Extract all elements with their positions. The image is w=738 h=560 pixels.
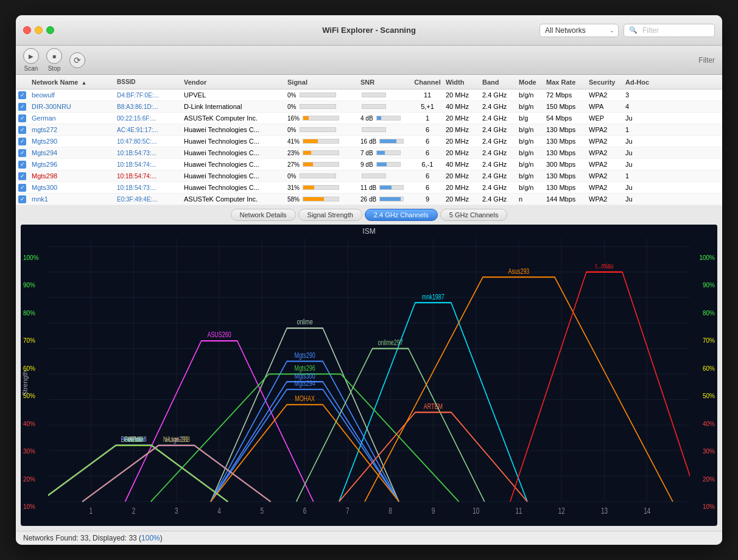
chevron-down-icon: ⌄ [610,27,614,33]
y-label-left: 80% [23,310,49,317]
chart-title: ISM [21,225,717,238]
stop-button[interactable]: ■ Stop [46,48,62,72]
y-label-left: 40% [23,421,49,427]
svg-text:9: 9 [432,506,435,516]
tab-2.4-ghz-channels[interactable]: 2.4 GHz Channels [365,209,438,221]
y-label-left: 10% [23,504,49,510]
svg-text:ARTEM: ARTEM [424,402,443,410]
table-row[interactable]: ✓ German 00:22:15:6F:... ASUSTeK Compute… [16,113,722,124]
header-bssid[interactable]: BSSID [117,79,184,85]
close-button[interactable] [23,26,31,34]
svg-text:Mgts290: Mgts290 [294,351,315,359]
y-axis-right: 100%90%80%70%60%50%40%30%20%10% [687,238,717,526]
svg-text:Mgts294: Mgts294 [294,379,315,388]
svg-text:2: 2 [132,506,136,516]
main-window: WiFi Explorer - Scanning All Networks ⌄ … [16,15,722,545]
svg-text:10: 10 [473,506,479,516]
table-row[interactable]: ✓ Mgts296 10:1B:54:74:... Huawei Technol… [16,159,722,170]
network-dropdown-label: All Networks [545,26,586,35]
svg-text:5: 5 [261,506,264,516]
traffic-lights [23,26,54,34]
svg-text:8: 8 [388,506,392,516]
table-row[interactable]: ✓ beowulf D4:BF:7F:0E:... UPVEL 0% 11 20… [16,89,722,101]
table-row[interactable]: ✓ DIR-300NRU B8:A3:86:1D:... D-Link Inte… [16,101,722,113]
svg-text:14: 14 [644,506,650,516]
y-axis-label: Strength [22,365,30,401]
status-text: Networks Found: 33, Displayed: 33 (100%) [23,534,163,542]
header-adhoc[interactable]: Ad-Hoc [625,79,656,86]
table-header: Network Name ▲ BSSID Vendor Signal SNR C… [16,75,722,89]
header-signal[interactable]: Signal [287,79,360,86]
y-label-right: 30% [689,449,715,455]
channel-chart: 1234567891011121314mnk1987onlimeASUS260M… [48,238,690,526]
tab-signal-strength[interactable]: Signal Strength [298,209,362,221]
svg-text:mnk1987: mnk1987 [422,292,445,301]
window-title: WiFi Explorer - Scanning [322,26,416,35]
y-label-right: 90% [689,282,715,289]
table-rows: ✓ beowulf D4:BF:7F:0E:... UPVEL 0% 11 20… [16,89,722,205]
svg-text:onlime297: onlime297 [378,338,402,347]
header-mode[interactable]: Mode [519,79,546,86]
stop-icon: ■ [46,48,62,64]
titlebar-controls: All Networks ⌄ 🔍 Filter [539,24,715,37]
svg-text:r...miau: r...miau [596,262,613,270]
svg-text:ASUS260: ASUS260 [207,331,231,339]
header-snr[interactable]: SNR [360,79,409,86]
table-row[interactable]: ✓ Mgts294 10:1B:54:73:... Huawei Technol… [16,147,722,159]
header-band[interactable]: Band [482,79,519,86]
header-vendor[interactable]: Vendor [184,79,287,86]
svg-text:6: 6 [303,506,307,516]
header-maxrate[interactable]: Max Rate [546,79,589,86]
tab-network-details[interactable]: Network Details [231,209,296,221]
table-row[interactable]: ✓ Mgts298 10:1B:54:74:... Huawei Technol… [16,170,722,182]
y-label-right: 10% [689,504,715,510]
chart-inner: 100%90%80%70%60%50%40%30%20%10% 100%90%8… [21,238,717,526]
y-label-right: 80% [689,310,715,317]
header-channel[interactable]: Channel [409,79,446,86]
y-label-left: 30% [23,449,49,455]
svg-text:at: at [174,435,178,444]
y-label-left: 70% [23,338,49,344]
table-row[interactable]: ✓ mnk1 E0:3F:49:4E:... ASUSTeK Computer … [16,194,722,205]
svg-text:7: 7 [346,506,350,516]
y-label-right: 70% [689,338,715,344]
stop-label: Stop [48,65,61,72]
status-highlight: 100% [141,534,160,542]
y-label-right: 20% [689,477,715,483]
toolbar: ▶ Scan ■ Stop ⟳ Filter [16,46,722,75]
table-row[interactable]: ✓ mgts272 AC:4E:91:17:... Huawei Technol… [16,124,722,136]
filter-search-input[interactable]: 🔍 Filter [624,24,715,37]
svg-text:MOHAX: MOHAX [295,394,315,403]
maximize-button[interactable] [46,26,54,34]
svg-text:13: 13 [601,506,608,516]
svg-text:11: 11 [515,506,522,516]
header-security[interactable]: Security [589,79,625,86]
filter-placeholder-text: Filter [642,26,659,35]
titlebar: WiFi Explorer - Scanning All Networks ⌄ … [16,15,722,46]
header-name[interactable]: Network Name ▲ [32,79,117,86]
statusbar: Networks Found: 33, Displayed: 33 (100%) [16,531,722,545]
scan-button[interactable]: ▶ Scan [23,48,39,72]
chart-container: ISM 100%90%80%70%60%50%40%30%20%10% 100%… [21,225,717,526]
svg-text:4: 4 [217,506,221,516]
svg-text:2451d0: 2451d0 [125,435,143,444]
y-label-left: 100% [23,255,49,261]
search-icon: 🔍 [629,26,638,34]
spinner-icon: ⟳ [69,52,85,68]
tabs-bar: Network DetailsSignal Strength2.4 GHz Ch… [16,205,722,225]
spinner-button: ⟳ [69,52,85,68]
y-label-left: 90% [23,282,49,289]
minimize-button[interactable] [35,26,43,34]
svg-text:onlime: onlime [297,318,312,326]
scan-label: Scan [24,65,38,72]
y-label-right: 100% [689,255,715,261]
table-row[interactable]: ✓ Mgts290 10:47:80:5C:... Huawei Technol… [16,136,722,147]
table-row[interactable]: ✓ Mgts300 10:1B:54:73:... Huawei Technol… [16,182,722,194]
tab-5-ghz-channels[interactable]: 5 GHz Channels [440,209,508,221]
network-table: Network Name ▲ BSSID Vendor Signal SNR C… [16,75,722,205]
svg-text:Asus293: Asus293 [508,267,530,275]
y-label-left: 20% [23,477,49,483]
network-filter-dropdown[interactable]: All Networks ⌄ [539,24,619,37]
y-label-right: 60% [689,366,715,372]
header-width[interactable]: Width [446,79,482,86]
